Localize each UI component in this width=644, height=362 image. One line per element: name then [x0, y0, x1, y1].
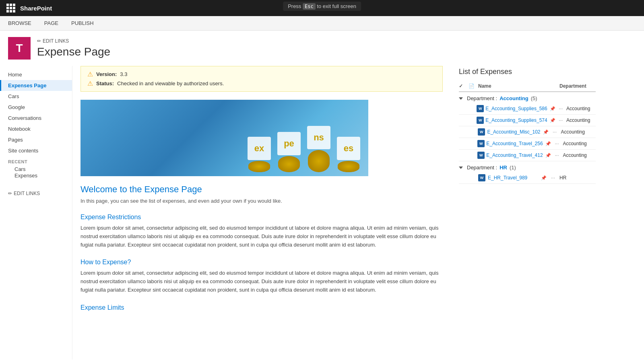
section-heading-restrictions: Expense Restrictions: [80, 214, 443, 221]
dept-label-accounting: Department :: [467, 95, 497, 101]
edit-links-sidebar[interactable]: ✏EDIT LINKS: [0, 187, 72, 200]
row-dept-1: Accounting: [566, 106, 596, 111]
coin-label-1: ex: [248, 137, 271, 160]
more-button-4[interactable]: ···: [553, 141, 561, 146]
pin-icon-6: 📌: [541, 175, 547, 181]
file-icon-4: W: [477, 140, 485, 147]
coin-body-2: [278, 156, 300, 172]
app-launcher-icon[interactable]: [6, 4, 15, 12]
more-button-2[interactable]: ···: [557, 117, 565, 123]
file-icon-1: W: [477, 105, 484, 112]
coin-body-3: [308, 150, 330, 172]
content-area: ⚠ Version: 3.3 ⚠ Status: Checked in and …: [72, 66, 451, 360]
section-body-how: Lorem ipsum dolor sit amet, consectetur …: [80, 269, 443, 294]
file-icon-6: W: [478, 174, 486, 181]
list-row: W E_Accounting_Supplies_574 📌 ··· Accoun…: [459, 115, 596, 126]
warning-icon-status: ⚠: [87, 80, 93, 87]
list-header: ✓ 📄 Name Department: [459, 81, 596, 92]
section-body-restrictions: Lorem ipsum dolor sit amet, consectetur …: [80, 224, 443, 249]
dept-label-hr: Department :: [467, 165, 497, 171]
sidebar-item-notebook[interactable]: Notebook: [0, 123, 72, 134]
dept-name-accounting: Accounting: [500, 95, 528, 101]
coin-stack-2: pe: [277, 132, 301, 172]
sidebar-item-home[interactable]: Home: [0, 69, 72, 80]
pin-icon-5: 📌: [545, 153, 551, 158]
coin-stack-1: ex: [248, 137, 271, 172]
file-icon-5: W: [477, 152, 485, 159]
row-dept-3: Accounting: [561, 129, 596, 135]
coin-body-4: [338, 161, 359, 172]
sidebar-item-google[interactable]: Google: [0, 102, 72, 113]
row-name-5[interactable]: E_Accounting_Travel_412: [486, 152, 543, 158]
row-name-4[interactable]: E_Accounting_Travel_256: [486, 141, 543, 146]
sidebar: Home Expenses Page Cars Google Conversat…: [0, 66, 72, 360]
file-icon-2: W: [477, 117, 484, 124]
section-heading-limits: Expense Limits: [80, 304, 443, 311]
version-banner: ⚠ Version: 3.3 ⚠ Status: Checked in and …: [80, 66, 443, 92]
coin-label-2: pe: [277, 132, 301, 155]
welcome-subtitle: In this page, you can see the list of ex…: [80, 198, 443, 204]
list-header-icon: 📄: [469, 83, 477, 89]
page-title: Expense Page: [37, 45, 110, 58]
main-layout: Home Expenses Page Cars Google Conversat…: [0, 66, 644, 360]
version-label: Version:: [96, 71, 117, 77]
row-dept-5: Accounting: [563, 152, 596, 158]
pin-icon-2: 📌: [550, 118, 555, 123]
welcome-title: Welcome to the Expense Page: [80, 184, 443, 195]
sidebar-item-cars[interactable]: Cars: [0, 91, 72, 102]
dept-count-hr: (1): [510, 165, 516, 171]
file-icon-3: W: [478, 128, 485, 136]
coin-stack-3: ns: [307, 126, 330, 172]
list-title: List of Expenses: [459, 66, 596, 76]
row-dept-2: Accounting: [566, 117, 596, 123]
coin-label-3: ns: [307, 126, 330, 149]
subnav-page[interactable]: PAGE: [43, 16, 60, 31]
more-button-1[interactable]: ···: [557, 106, 565, 111]
sidebar-item-pages[interactable]: Pages: [0, 134, 72, 145]
row-dept-4: Accounting: [563, 141, 596, 146]
page-header: T ✏EDIT LINKS Expense Page: [0, 31, 644, 66]
list-header-name: Name: [478, 83, 558, 89]
avatar: T: [8, 37, 31, 60]
dept-group-accounting[interactable]: Department : Accounting (5): [459, 92, 596, 103]
row-name-1[interactable]: E_Accounting_Supplies_586: [485, 106, 547, 111]
list-header-dept: Department: [559, 83, 596, 89]
section-heading-how: How to Expense?: [80, 259, 443, 266]
row-name-2[interactable]: E_Accounting_Supplies_574: [485, 117, 547, 123]
pin-icon-4: 📌: [545, 141, 551, 146]
collapse-icon-hr: [459, 167, 463, 169]
list-row: W E_Accounting_Travel_256 📌 ··· Accounti…: [459, 138, 596, 150]
more-button-3[interactable]: ···: [550, 129, 559, 135]
coin-body-1: [248, 161, 270, 172]
more-button-6[interactable]: ···: [548, 175, 558, 181]
pin-icon-1: 📌: [550, 106, 555, 111]
dept-group-hr[interactable]: Department : HR (1): [459, 161, 596, 172]
dept-count-accounting: (5): [531, 95, 537, 101]
edit-links-top[interactable]: ✏EDIT LINKS: [37, 38, 110, 44]
subnav-publish[interactable]: PUBLISH: [70, 16, 95, 31]
right-panel: List of Expenses ✓ 📄 Name Department Dep…: [451, 66, 604, 360]
list-row: W E_Accounting_Travel_412 📌 ··· Accounti…: [459, 150, 596, 161]
sidebar-item-expenses-page[interactable]: Expenses Page: [0, 80, 72, 91]
list-header-check: ✓: [459, 83, 467, 89]
app-title: SharePoint: [20, 5, 52, 12]
more-button-5[interactable]: ···: [553, 152, 561, 158]
list-row: W E_Accounting_Misc_102 📌 ··· Accounting: [459, 126, 596, 138]
version-value: 3.3: [120, 71, 127, 77]
sub-nav: BROWSE PAGE PUBLISH: [0, 16, 644, 31]
row-name-3[interactable]: E_Accounting_Misc_102: [487, 129, 540, 135]
status-label: Status:: [96, 80, 114, 86]
hero-image: ex pe ns es: [80, 100, 368, 176]
sidebar-recent-expenses[interactable]: Expenses: [0, 171, 45, 181]
row-name-6[interactable]: E_HR_Travel_989: [488, 175, 539, 181]
coin-stack-4: es: [337, 137, 360, 172]
sidebar-item-conversations[interactable]: Conversations: [0, 113, 72, 123]
dept-name-hr: HR: [500, 165, 507, 171]
pin-icon-3: 📌: [543, 130, 549, 135]
list-row: W E_Accounting_Supplies_586 📌 ··· Accoun…: [459, 103, 596, 115]
status-value: Checked in and viewable by authorized us…: [117, 80, 224, 86]
row-dept-6: HR: [559, 175, 596, 181]
subnav-browse[interactable]: BROWSE: [6, 16, 33, 31]
coins-area: ex pe ns es: [248, 126, 360, 172]
sidebar-item-site-contents[interactable]: Site contents: [0, 145, 72, 156]
